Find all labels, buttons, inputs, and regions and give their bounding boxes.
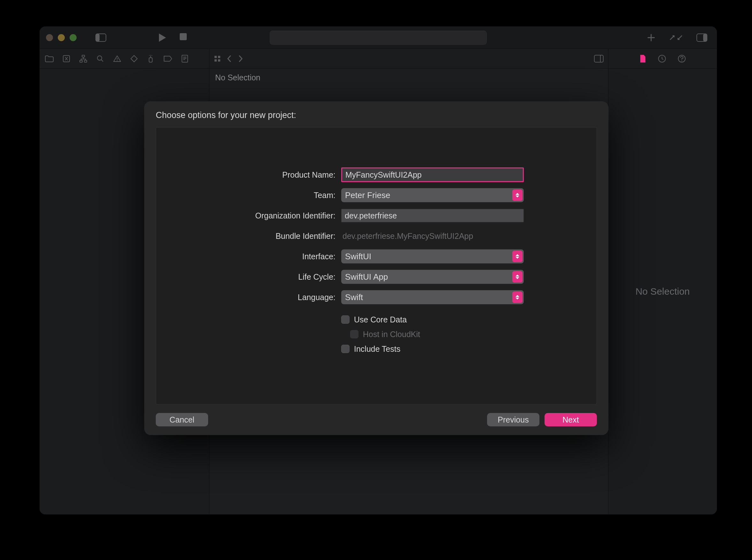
language-popup[interactable]: Swift <box>341 290 524 304</box>
svg-rect-7 <box>80 60 82 62</box>
right-panel-toggle[interactable] <box>696 34 707 42</box>
grid-icon <box>214 55 221 62</box>
include-tests-checkbox[interactable] <box>341 345 349 353</box>
source-control-icon <box>62 55 70 62</box>
org-id-label: Organization Identifier: <box>223 211 341 220</box>
help-inspector-tab[interactable] <box>678 55 686 63</box>
symbol-navigator-tab[interactable] <box>79 55 88 63</box>
host-cloudkit-row: Host in CloudKit <box>350 328 529 341</box>
use-core-data-label: Use Core Data <box>354 315 407 324</box>
project-navigator-tab[interactable] <box>45 55 54 62</box>
stop-button[interactable] <box>179 33 187 42</box>
play-icon <box>158 33 167 42</box>
warning-icon <box>113 55 121 62</box>
scheme-status-well[interactable] <box>270 31 487 45</box>
team-popup[interactable]: Peter Friese <box>341 188 524 202</box>
cancel-button[interactable]: Cancel <box>156 413 208 426</box>
sidebar-left-icon <box>95 34 106 42</box>
org-id-input[interactable] <box>341 209 524 222</box>
include-tests-row: Include Tests <box>341 342 529 355</box>
previous-button[interactable]: Previous <box>487 413 539 426</box>
life-cycle-popup[interactable]: SwiftUI App <box>341 270 524 284</box>
debug-navigator-tab[interactable] <box>147 55 154 63</box>
branch-arrows-icon <box>670 34 682 41</box>
library-button[interactable] <box>647 33 656 42</box>
dialog-title: Choose options for your new project: <box>144 101 609 127</box>
traffic-lights <box>46 34 77 41</box>
clock-icon <box>658 55 666 63</box>
zoom-window-button[interactable] <box>70 34 77 41</box>
next-button[interactable]: Next <box>544 413 597 426</box>
new-project-dialog: Choose options for your new project: Pro… <box>144 101 609 435</box>
svg-rect-13 <box>214 56 217 58</box>
bundle-id-label: Bundle Identifier: <box>223 232 341 241</box>
life-cycle-value: SwiftUI App <box>345 272 388 282</box>
history-inspector-tab[interactable] <box>658 55 666 63</box>
svg-rect-2 <box>180 33 187 40</box>
folder-icon <box>45 55 54 62</box>
project-options-form: Product Name: Team: Peter Friese Organiz… <box>223 167 529 355</box>
help-icon <box>678 55 686 63</box>
interface-label: Interface: <box>223 252 341 261</box>
svg-rect-6 <box>82 55 84 57</box>
source-control-navigator-tab[interactable] <box>62 55 70 62</box>
run-stop-group <box>158 33 187 42</box>
svg-point-9 <box>97 56 102 60</box>
bundle-id-value: dev.peterfriese.MyFancySwiftUI2App <box>341 232 473 240</box>
breakpoint-icon <box>163 56 172 62</box>
inspector-panel: No Selection <box>609 68 717 514</box>
include-tests-label: Include Tests <box>354 344 400 354</box>
updown-caret-icon <box>512 271 522 283</box>
product-name-label: Product Name: <box>223 170 341 180</box>
svg-point-20 <box>681 60 682 61</box>
editor-layout-button[interactable] <box>594 55 603 62</box>
related-items-button[interactable] <box>214 55 221 62</box>
dialog-body: Product Name: Team: Peter Friese Organiz… <box>156 127 597 404</box>
svg-rect-17 <box>594 55 603 62</box>
search-icon <box>96 55 104 62</box>
use-core-data-row: Use Core Data <box>341 313 529 326</box>
product-name-input[interactable] <box>341 167 524 182</box>
test-navigator-tab[interactable] <box>130 55 138 62</box>
sidebar-right-icon <box>696 34 707 42</box>
hierarchy-icon <box>79 55 88 63</box>
editor-placeholder: No Selection <box>209 68 608 86</box>
host-cloudkit-checkbox <box>350 330 359 338</box>
updown-caret-icon <box>512 251 522 262</box>
find-navigator-tab[interactable] <box>96 55 104 62</box>
svg-rect-4 <box>703 34 707 41</box>
host-cloudkit-label: Host in CloudKit <box>363 330 420 339</box>
minimize-window-button[interactable] <box>58 34 65 41</box>
language-label: Language: <box>223 293 341 302</box>
breakpoint-navigator-tab[interactable] <box>163 56 172 62</box>
stop-icon <box>179 33 187 40</box>
plus-icon <box>647 33 656 42</box>
inspector-placeholder: No Selection <box>636 286 690 297</box>
dialog-footer: Cancel Previous Next <box>144 404 609 435</box>
life-cycle-label: Life Cycle: <box>223 272 341 282</box>
chevron-right-icon <box>238 55 243 62</box>
secondary-toolbar <box>40 49 717 68</box>
report-navigator-tab[interactable] <box>181 55 188 63</box>
interface-value: SwiftUI <box>345 252 371 261</box>
svg-rect-16 <box>218 59 220 62</box>
diamond-icon <box>130 55 138 62</box>
report-icon <box>181 55 188 63</box>
issue-navigator-tab[interactable] <box>113 55 121 62</box>
use-core-data-checkbox[interactable] <box>341 315 349 324</box>
left-panel-toggle[interactable] <box>93 32 109 43</box>
interface-popup[interactable]: SwiftUI <box>341 249 524 263</box>
svg-point-10 <box>117 60 117 61</box>
editor-split-icon <box>594 55 603 62</box>
forward-button[interactable] <box>238 55 243 62</box>
code-review-button[interactable] <box>670 34 682 41</box>
back-button[interactable] <box>227 55 232 62</box>
file-inspector-tab[interactable] <box>639 54 647 63</box>
navigator-tabs <box>40 49 209 68</box>
run-button[interactable] <box>158 33 167 42</box>
svg-rect-8 <box>84 60 87 62</box>
language-value: Swift <box>345 293 363 302</box>
titlebar <box>40 26 717 49</box>
updown-caret-icon <box>512 292 522 303</box>
close-window-button[interactable] <box>46 34 53 41</box>
